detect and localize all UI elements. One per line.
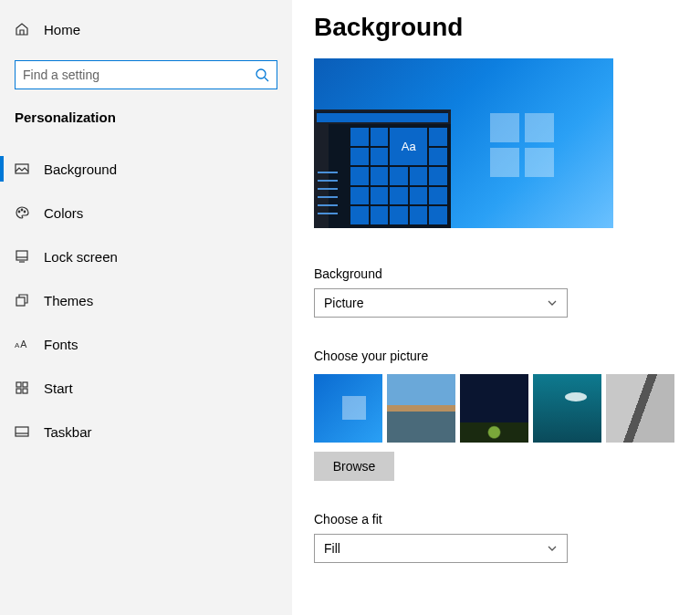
sidebar-item-label: Themes — [44, 293, 93, 308]
home-link[interactable]: Home — [0, 18, 292, 40]
chevron-down-icon — [547, 543, 558, 554]
svg-rect-2 — [16, 164, 28, 173]
sidebar-item-label: Colors — [44, 205, 83, 221]
sidebar-item-label: Background — [44, 162, 117, 177]
svg-point-5 — [24, 211, 26, 213]
background-dropdown[interactable]: Picture — [314, 288, 568, 318]
svg-rect-14 — [16, 389, 21, 393]
picture-thumb-1[interactable] — [314, 374, 382, 443]
main-content: Background Aa Background Picture Choose … — [292, 0, 700, 615]
home-icon — [15, 22, 29, 36]
category-heading: Personalization — [0, 109, 292, 125]
svg-rect-12 — [16, 382, 21, 387]
background-dropdown-value: Picture — [324, 296, 364, 310]
taskbar-icon — [15, 424, 29, 439]
sidebar-item-label: Start — [44, 380, 73, 396]
start-icon — [15, 380, 29, 395]
search-icon — [255, 68, 269, 82]
sidebar-item-label: Lock screen — [44, 249, 118, 265]
svg-rect-9 — [16, 297, 25, 306]
svg-point-4 — [21, 209, 23, 211]
sidebar-item-lock-screen[interactable]: Lock screen — [0, 235, 292, 278]
search-input-wrapper[interactable] — [15, 60, 277, 89]
picture-thumb-4[interactable] — [533, 374, 601, 443]
picture-thumbnails — [314, 374, 678, 443]
svg-rect-6 — [16, 251, 27, 260]
choose-picture-label: Choose your picture — [314, 349, 678, 363]
sidebar-item-label: Taskbar — [44, 424, 92, 440]
background-dropdown-label: Background — [314, 266, 678, 281]
palette-icon — [15, 205, 29, 220]
preview-sample-text: Aa — [390, 128, 427, 165]
sidebar-item-themes[interactable]: Themes — [0, 278, 292, 322]
sidebar-item-label: Fonts — [44, 337, 78, 352]
picture-thumb-2[interactable] — [387, 374, 455, 443]
svg-text:A: A — [15, 341, 20, 349]
picture-thumb-3[interactable] — [460, 374, 528, 443]
fit-dropdown-value: Fill — [324, 541, 340, 556]
svg-point-0 — [256, 69, 266, 78]
fonts-icon: AA — [15, 337, 29, 351]
chevron-down-icon — [547, 297, 558, 308]
sidebar-item-start[interactable]: Start — [0, 366, 292, 410]
page-title: Background — [314, 13, 678, 42]
sidebar-item-fonts[interactable]: AA Fonts — [0, 322, 292, 366]
wallpaper-preview: Aa — [314, 58, 613, 228]
svg-rect-15 — [23, 389, 27, 393]
fit-dropdown[interactable]: Fill — [314, 534, 568, 563]
picture-thumb-5[interactable] — [606, 374, 674, 443]
sidebar-item-background[interactable]: Background — [0, 147, 292, 191]
browse-button[interactable]: Browse — [314, 452, 394, 481]
search-input[interactable] — [16, 61, 249, 89]
svg-rect-13 — [23, 382, 27, 387]
themes-icon — [15, 293, 29, 308]
lockscreen-icon — [15, 249, 29, 264]
svg-point-3 — [18, 211, 20, 213]
home-label: Home — [44, 22, 80, 37]
svg-line-1 — [265, 78, 268, 81]
search-container — [0, 60, 292, 89]
sidebar: Home Personalization Background C — [0, 0, 292, 615]
sidebar-item-colors[interactable]: Colors — [0, 191, 292, 235]
svg-text:A: A — [20, 339, 27, 349]
sidebar-item-taskbar[interactable]: Taskbar — [0, 410, 292, 453]
fit-dropdown-label: Choose a fit — [314, 512, 678, 526]
picture-icon — [15, 162, 29, 176]
svg-rect-16 — [16, 427, 28, 436]
